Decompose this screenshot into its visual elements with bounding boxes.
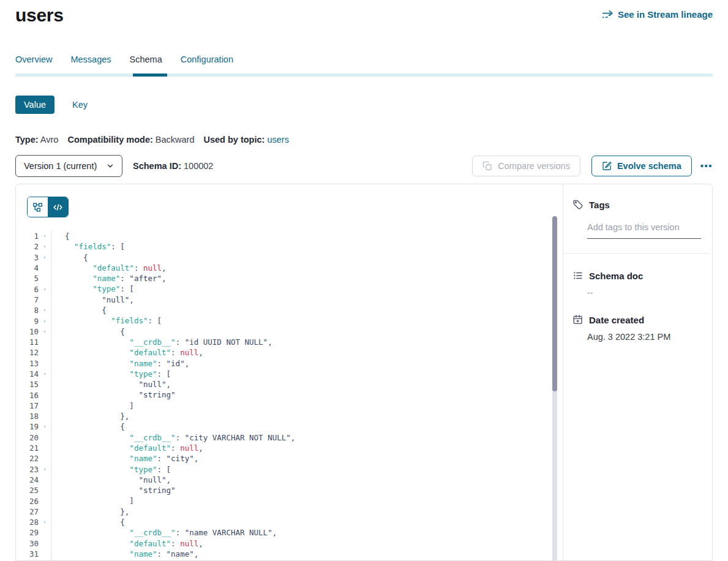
fold-arrow-icon[interactable]: ▾	[39, 233, 51, 239]
stream-lineage-link[interactable]: See in Stream lineage	[602, 9, 713, 20]
key-toggle-link[interactable]: Key	[72, 100, 88, 110]
code-text: {	[51, 421, 125, 432]
tab-schema[interactable]: Schema	[130, 55, 162, 73]
compare-versions-button[interactable]: Compare versions	[472, 156, 580, 176]
line-gutter: 28▾	[16, 517, 51, 527]
line-number: 2	[34, 242, 39, 251]
line-gutter: 25	[16, 485, 51, 495]
fold-arrow-icon[interactable]: ▾	[39, 318, 51, 324]
topic-label: Used by topic:	[203, 135, 265, 145]
line-number: 27	[29, 507, 39, 516]
list-icon	[572, 270, 584, 281]
tab-underline-track	[15, 73, 713, 77]
tags-input[interactable]	[587, 222, 701, 232]
fold-arrow-icon[interactable]: ▾	[39, 244, 51, 249]
topic-link[interactable]: users	[267, 135, 288, 145]
line-number: 22	[29, 454, 39, 463]
line-number: 12	[29, 348, 39, 357]
tree-view-button[interactable]	[28, 197, 48, 217]
line-number: 15	[29, 380, 39, 389]
stream-lineage-label: See in Stream lineage	[618, 9, 713, 20]
code-line: 2▾ "fields": [	[16, 241, 563, 252]
line-gutter: 23▾	[16, 464, 51, 475]
compat-meta: Compatibility mode: Backward	[67, 135, 194, 145]
line-number: 9	[34, 317, 39, 326]
code-text: },	[51, 411, 129, 421]
schema-editor: 1▾{2▾ "fields": [3▾ {4 "default": null,5…	[16, 184, 563, 560]
line-number: 24	[29, 475, 39, 484]
code-text: "null",	[51, 295, 134, 305]
code-text: {	[51, 252, 88, 263]
code-text: "name": "after",	[51, 273, 167, 284]
code-view-button[interactable]	[48, 197, 68, 217]
code-line: 12 "default": null,	[16, 347, 563, 358]
fold-arrow-icon[interactable]: ▾	[39, 329, 51, 334]
more-ellipsis-icon[interactable]: •••	[700, 156, 713, 176]
line-number: 17	[29, 401, 39, 410]
fold-arrow-icon[interactable]: ▾	[39, 467, 51, 472]
code-text: "type": [	[51, 559, 171, 560]
schema-sidebar: Tags Schema doc --	[563, 184, 710, 560]
page-title: users	[15, 5, 64, 26]
compare-pages-icon	[482, 161, 492, 171]
tab-configuration[interactable]: Configuration	[181, 55, 233, 73]
line-number: 31	[29, 549, 39, 559]
line-number: 26	[29, 497, 39, 506]
fold-arrow-icon[interactable]: ▾	[39, 287, 51, 292]
date-created-title: Date created	[589, 315, 644, 325]
evolve-schema-button[interactable]: Evolve schema	[591, 156, 692, 176]
fold-arrow-icon[interactable]: ▾	[39, 519, 51, 525]
line-number: 19	[29, 422, 39, 431]
topbar: users See in Stream lineage	[15, 0, 713, 26]
editor-scrollbar-track[interactable]	[552, 216, 557, 560]
tab-messages[interactable]: Messages	[70, 55, 111, 73]
line-number: 21	[29, 443, 39, 453]
code-line: 16 "string"	[16, 390, 563, 400]
code-text: {	[51, 231, 70, 241]
code-text: "__crdb__": "city VARCHAR NOT NULL",	[51, 432, 295, 443]
line-number: 8	[34, 306, 39, 315]
code-text: "name": "city",	[51, 453, 198, 464]
line-number: 1	[34, 232, 39, 241]
tags-header: Tags	[572, 199, 701, 210]
type-value: Avro	[40, 135, 59, 145]
tab-overview[interactable]: Overview	[15, 55, 52, 73]
version-select-value: Version 1 (current)	[24, 161, 97, 171]
line-gutter: 4	[16, 263, 51, 273]
topic-meta: Used by topic: users	[203, 135, 288, 145]
line-number: 32	[29, 560, 39, 560]
line-number: 11	[29, 337, 39, 347]
stream-lineage-icon	[602, 10, 614, 20]
code-line: 32▾ "type": [	[16, 559, 563, 560]
date-created-header: Date created	[572, 314, 701, 325]
line-gutter: 29	[16, 527, 51, 538]
fold-arrow-icon[interactable]: ▾	[39, 424, 51, 429]
line-gutter: 18	[16, 411, 51, 421]
value-toggle-button[interactable]: Value	[15, 96, 54, 114]
editor-scrollbar-thumb[interactable]	[552, 216, 557, 391]
code-text: "string"	[51, 485, 176, 495]
line-number: 28	[29, 518, 39, 527]
code-text: "default": null,	[51, 263, 167, 273]
code-line: 28▾ {	[16, 517, 563, 527]
line-number: 30	[29, 539, 39, 548]
fold-arrow-icon[interactable]: ▾	[39, 307, 51, 313]
line-gutter: 3▾	[16, 252, 51, 263]
line-gutter: 2▾	[16, 241, 51, 252]
code-text: "null",	[51, 379, 171, 390]
line-gutter: 22	[16, 453, 51, 464]
code-line: 29 "__crdb__": "name VARCHAR NULL",	[16, 527, 563, 538]
code-line: 24 "null",	[16, 475, 563, 485]
code-line: 10▾ {	[16, 326, 563, 337]
code-text: "string"	[51, 390, 176, 400]
schema-doc-section: Schema doc --	[572, 270, 701, 298]
version-select[interactable]: Version 1 (current)	[15, 155, 122, 177]
line-number: 10	[29, 327, 39, 336]
schema-meta-row: Type: Avro Compatibility mode: Backward …	[15, 135, 713, 145]
fold-arrow-icon[interactable]: ▾	[39, 371, 51, 377]
code-line: 7 "null",	[16, 295, 563, 305]
line-number: 3	[34, 253, 39, 262]
fold-arrow-icon[interactable]: ▾	[39, 255, 51, 260]
line-number: 13	[29, 359, 39, 368]
line-number: 5	[34, 274, 39, 283]
